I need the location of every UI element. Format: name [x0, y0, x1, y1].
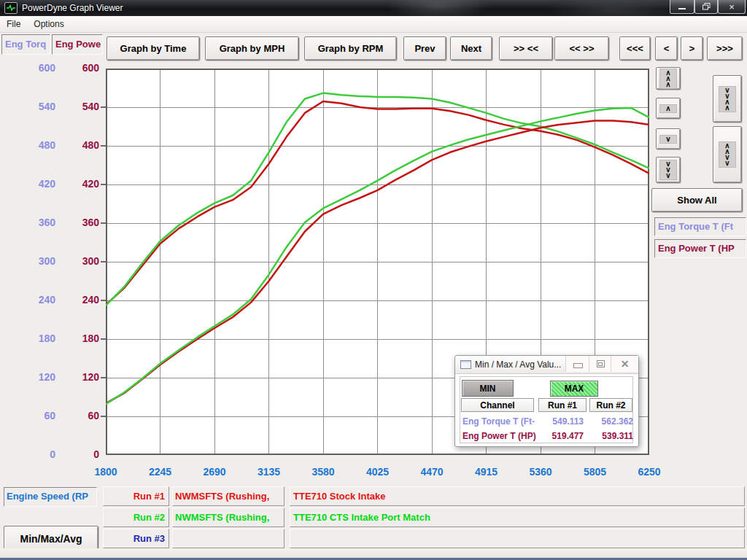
maximize-icon: [597, 360, 605, 368]
toolbar-button-[interactable]: <: [655, 36, 678, 61]
run-2-label: Run #2: [103, 508, 169, 527]
minmax-row-channel: Eng Power T (HP): [462, 431, 537, 443]
menu-bar: FileOptions: [0, 16, 747, 33]
torque-axis-header[interactable]: Eng Torq: [1, 34, 50, 55]
rpm-tick-label: 5805: [568, 466, 622, 478]
chevron-glyph: ∧: [665, 82, 670, 88]
torque-tick-label: 300: [15, 255, 55, 268]
minimize-icon: [573, 363, 583, 368]
scroll-up-fast-button[interactable]: ∧∧∧: [656, 67, 681, 90]
menu-item-file[interactable]: File: [0, 17, 27, 31]
min-toggle-button[interactable]: MIN: [462, 380, 514, 397]
toolbar-button-graph-by-rpm[interactable]: Graph by RPM: [304, 36, 397, 61]
toolbar-button-graph-by-time[interactable]: Graph by Time: [107, 36, 200, 61]
window-title: PowerDyne Graph Viewer: [22, 3, 123, 13]
run-3-label: Run #3: [103, 529, 169, 548]
minmax-window[interactable]: Min / Max / Avg Valu... ✕ MIN MAX Channe…: [454, 355, 639, 447]
minimize-button[interactable]: [670, 0, 694, 14]
zoom-in-y-button[interactable]: ∨∨∧∧: [713, 75, 742, 122]
toolbar-button-[interactable]: >>>: [707, 36, 743, 61]
y-tick-mark: [101, 184, 106, 185]
power-tick-label: 240: [58, 294, 99, 307]
rpm-tick-label: 3135: [242, 466, 296, 478]
minmax-window-icon: [460, 360, 471, 369]
power-tick-label: 300: [58, 255, 99, 268]
max-toggle-button[interactable]: MAX: [550, 381, 598, 397]
torque-tick-label: 420: [15, 178, 55, 191]
rpm-tick-label: 6250: [622, 466, 676, 478]
minmax-column-header-run-1[interactable]: Run #1: [538, 398, 587, 412]
chevron-glyph: ∨: [665, 136, 670, 142]
rpm-tick-label: 5360: [514, 466, 568, 478]
minmax-column-header-channel[interactable]: Channel: [461, 398, 534, 412]
power-tick-label: 120: [58, 371, 99, 384]
rpm-tick-label: 2245: [133, 466, 187, 478]
torque-tick-label: 540: [15, 101, 55, 114]
show-all-button[interactable]: Show All: [651, 188, 743, 212]
torque-tick-label: 240: [15, 294, 55, 307]
y-tick-mark: [101, 222, 106, 224]
zoom-out-y-button-icon: ∧∧∨∨: [719, 141, 735, 168]
chevron-glyph: ∧: [724, 105, 729, 111]
toolbar-button-[interactable]: << >>: [554, 36, 609, 61]
toolbar-button-[interactable]: >> <<: [499, 36, 553, 61]
y-tick-mark: [101, 338, 106, 340]
zoom-in-y-button-icon: ∨∨∧∧: [719, 86, 735, 112]
minmax-row-run1-value: 549.113: [538, 416, 584, 428]
torque-tick-label: 0: [15, 448, 55, 462]
scroll-up-button[interactable]: ∧: [656, 98, 681, 119]
run-1-file-box[interactable]: NWMSFTS (Rushing,: [172, 486, 285, 506]
toolbar-button-[interactable]: >: [681, 36, 703, 61]
close-button[interactable]: ×: [718, 0, 746, 14]
torque-channel-box[interactable]: Eng Torque T (Ft: [654, 217, 746, 236]
restore-button[interactable]: [694, 0, 718, 14]
toolbar-button-graph-by-mph[interactable]: Graph by MPH: [205, 36, 299, 61]
minmax-row-run2-value: 562.362: [588, 416, 633, 428]
torque-tick-label: 480: [15, 139, 55, 152]
minmax-column-header-run-2[interactable]: Run #2: [589, 398, 632, 412]
minmax-minimize-button[interactable]: [565, 356, 589, 372]
power-tick-label: 540: [58, 101, 99, 114]
window-bottom-border: [0, 548, 747, 560]
power-tick-label: 360: [58, 217, 99, 230]
toolbar-button-prev[interactable]: Prev: [403, 36, 446, 61]
close-icon: ✕: [621, 358, 630, 370]
scroll-down-fast-button[interactable]: ∨∨∨: [656, 157, 681, 183]
power-tick-label: 60: [58, 410, 99, 423]
run-3-description-box[interactable]: [290, 529, 745, 548]
minmax-row-run2-value: 539.311: [588, 431, 633, 443]
rpm-tick-label: 3580: [296, 466, 350, 478]
rpm-tick-label: 4025: [351, 466, 405, 478]
power-channel-box[interactable]: Eng Power T (HP: [654, 239, 746, 258]
run-2-description-box[interactable]: TTE710 CTS Intake Port Match: [290, 508, 745, 527]
restore-icon: [703, 3, 711, 10]
scroll-down-button[interactable]: ∨: [656, 128, 681, 149]
torque-tick-label: 360: [15, 217, 55, 230]
y-tick-mark: [101, 106, 106, 108]
y-tick-mark: [101, 145, 106, 147]
toolbar-button-next[interactable]: Next: [450, 36, 492, 61]
minmax-row-run1-value: 519.477: [538, 431, 584, 443]
torque-tick-label: 120: [15, 371, 55, 384]
power-tick-label: 480: [58, 139, 99, 152]
run-1-description-box[interactable]: TTE710 Stock Intake: [290, 486, 745, 506]
minmax-window-title: Min / Max / Avg Valu...: [475, 359, 577, 370]
x-channel-box[interactable]: Engine Speed (RP: [4, 487, 97, 507]
minmax-close-button[interactable]: ✕: [611, 356, 638, 372]
minmax-maximize-button[interactable]: [589, 356, 611, 372]
power-tick-label: 600: [58, 62, 99, 75]
run-2-file-box[interactable]: NWMSFTS (Rushing,: [172, 508, 285, 527]
rpm-tick-label: 4470: [405, 466, 459, 478]
menu-item-options[interactable]: Options: [27, 17, 70, 31]
zoom-out-y-button[interactable]: ∧∧∨∨: [713, 126, 742, 183]
torque-tick-label: 180: [15, 332, 55, 346]
y-tick-mark: [101, 300, 106, 301]
rpm-tick-label: 1800: [79, 466, 133, 478]
power-axis-header[interactable]: Eng Powe: [52, 34, 103, 55]
scroll-down-button-icon: ∨: [659, 135, 676, 144]
rpm-tick-label: 4915: [460, 466, 514, 478]
toolbar-button-[interactable]: <<<: [619, 36, 651, 61]
run-3-file-box[interactable]: [172, 529, 285, 548]
chevron-glyph: ∧: [665, 106, 670, 112]
scroll-up-fast-button-icon: ∧∧∧: [659, 69, 676, 89]
